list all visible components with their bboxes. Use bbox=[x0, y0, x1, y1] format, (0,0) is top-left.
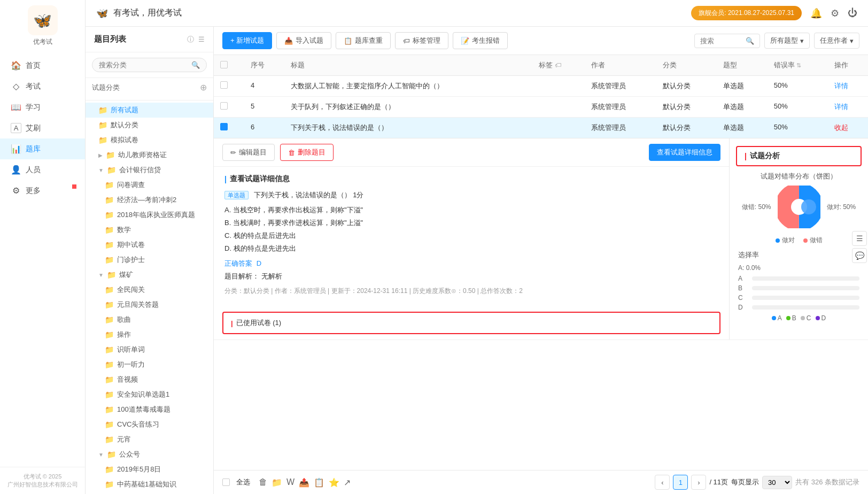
cat-item-may8[interactable]: 📁 2019年5月8日 bbox=[86, 462, 213, 477]
cat-item-ops[interactable]: 📁 操作 bbox=[86, 327, 213, 342]
cat-item-safety[interactable]: 📁 安全知识单选题1 bbox=[86, 387, 213, 402]
search-area: 🔍 bbox=[86, 52, 213, 78]
folder-icon: 📁 bbox=[106, 151, 115, 159]
question-table: 序号 标题 标签 🏷 作者 分类 题型 错误率 ⇅ 操作 bbox=[214, 55, 868, 340]
cell-author: 系统管理员 bbox=[585, 118, 656, 138]
sidebar-item-exam[interactable]: ◇ 考试 bbox=[0, 76, 85, 97]
cat-item-econ[interactable]: 📁 经济法—考前冲刺2 bbox=[86, 192, 213, 207]
detail-link-5[interactable]: 详情 bbox=[834, 103, 848, 111]
current-page[interactable]: 1 bbox=[673, 475, 688, 490]
pie-with-labels: 做错: 50% bbox=[742, 186, 856, 228]
pagination-select-all[interactable] bbox=[222, 478, 230, 486]
pagination-controls: ‹ 1 › / 11页 每页显示 30 50 100 共有 326 条数据记录 bbox=[655, 475, 859, 490]
dedup-button[interactable]: 📋 题库查重 bbox=[336, 32, 391, 49]
folder-icon: 📁 bbox=[105, 226, 114, 234]
notification-icon[interactable]: 🔔 bbox=[810, 7, 822, 19]
type-filter-select[interactable]: 所有题型 ▾ bbox=[764, 33, 810, 49]
view-detail-button[interactable]: 查看试题详细信息 bbox=[649, 144, 720, 161]
right-scroll-actions: ☰ 💬 bbox=[852, 231, 867, 263]
question-search-input[interactable] bbox=[700, 37, 743, 45]
import-button[interactable]: 📥 导入试题 bbox=[276, 32, 331, 49]
sidebar-item-ai[interactable]: A 艾刷 bbox=[0, 118, 85, 138]
question-search-box[interactable]: 🔍 bbox=[694, 34, 760, 48]
edit-question-button[interactable]: ✏ 编辑题目 bbox=[222, 144, 275, 161]
cat-item-medical[interactable]: 📁 2018年临床执业医师真题 bbox=[86, 207, 213, 222]
author-filter-select[interactable]: 任意作者 ▾ bbox=[814, 33, 859, 49]
cat-item-citizens[interactable]: 📁 全民闯关 bbox=[86, 282, 213, 297]
delete-question-button[interactable]: 🗑 删除题目 bbox=[280, 144, 334, 161]
prev-page-button[interactable]: ‹ bbox=[655, 475, 670, 490]
right-action-1[interactable]: ☰ bbox=[852, 231, 867, 246]
cat-item-default[interactable]: 📁 默认分类 bbox=[86, 118, 213, 133]
cat-item-wechat[interactable]: ▼ 📁 公众号 bbox=[86, 447, 213, 462]
cat-item-cvc[interactable]: 📁 CVC头音练习 bbox=[86, 417, 213, 432]
row-checkbox-5[interactable] bbox=[220, 102, 228, 110]
row-checkbox-4[interactable] bbox=[220, 81, 228, 89]
bar-track-a bbox=[752, 276, 859, 281]
cat-item-clinic[interactable]: 📁 门诊护士 bbox=[86, 252, 213, 267]
cat-item-mock[interactable]: 📁 模拟试卷 bbox=[86, 133, 213, 148]
cat-item-listen[interactable]: 📁 识听单词 bbox=[86, 342, 213, 357]
collapse-link-6[interactable]: 收起 bbox=[834, 124, 848, 132]
copy-icon[interactable]: 📋 bbox=[314, 477, 324, 488]
category-search-input[interactable] bbox=[99, 61, 189, 69]
cat-item-accounting[interactable]: ▼ 📁 会计银行信贷 bbox=[86, 163, 213, 177]
export-icon[interactable]: 📤 bbox=[299, 477, 309, 488]
cat-item-all[interactable]: 📁 所有试题 bbox=[86, 103, 213, 118]
cat-item-early-child[interactable]: ▶ 📁 幼儿教师资格证 bbox=[86, 148, 213, 163]
header-logo-icon: 🦋 bbox=[96, 7, 108, 19]
cat-item-newyear[interactable]: 📁 元旦闯关答题 bbox=[86, 297, 213, 312]
error-sort-icon[interactable]: ⇅ bbox=[796, 62, 801, 68]
bar-label-d: D bbox=[738, 304, 749, 311]
add-question-button[interactable]: + 新增试题 bbox=[222, 32, 272, 49]
sidebar-item-bank[interactable]: 📊 题库 bbox=[0, 138, 85, 159]
sidebar-item-home[interactable]: 🏠 首页 bbox=[0, 55, 85, 76]
info-icon[interactable]: ⓘ bbox=[187, 35, 194, 44]
tag-button[interactable]: 🏷 标签管理 bbox=[395, 32, 448, 49]
move-icon[interactable]: 📁 bbox=[272, 477, 282, 488]
detail-link-4[interactable]: 详情 bbox=[834, 82, 848, 90]
delete-icon: 🗑 bbox=[288, 149, 295, 157]
delete-batch-icon[interactable]: 🗑 bbox=[259, 477, 267, 487]
cat-item-yuanxiao[interactable]: 📁 元宵 bbox=[86, 432, 213, 447]
cell-category: 默认分类 bbox=[656, 118, 717, 138]
table-row: 5 关于队列，下列叙述正确的是（） 系统管理员 默认分类 单选题 50% 详情 bbox=[214, 97, 868, 118]
cell-tags bbox=[532, 97, 585, 118]
sidebar-item-more[interactable]: ⚙ 更多 bbox=[0, 180, 85, 201]
power-icon[interactable]: ⏻ bbox=[848, 7, 857, 19]
settings-icon[interactable]: ⚙ bbox=[831, 7, 839, 19]
share-icon[interactable]: ↗ bbox=[344, 477, 351, 488]
bar-row-a: A bbox=[738, 275, 859, 282]
main-toolbar: + 新增试题 📥 导入试题 📋 题库查重 🏷 标签管理 📝 考生报错 bbox=[214, 27, 868, 55]
sidebar-item-study[interactable]: 📖 学习 bbox=[0, 97, 85, 118]
folder-icon: 📁 bbox=[105, 360, 114, 369]
cat-item-survey[interactable]: 📁 问卷调查 bbox=[86, 177, 213, 192]
feedback-button[interactable]: 📝 考生报错 bbox=[453, 32, 508, 49]
per-page-select[interactable]: 30 50 100 bbox=[762, 476, 792, 489]
chevron-down-icon: ▾ bbox=[850, 37, 854, 45]
cat-item-av[interactable]: 📁 音视频 bbox=[86, 372, 213, 387]
cat-item-junior[interactable]: 📁 初一听力 bbox=[86, 357, 213, 372]
sidebar-item-people[interactable]: 👤 人员 bbox=[0, 159, 85, 180]
category-search-box[interactable]: 🔍 bbox=[92, 58, 207, 72]
menu-icon[interactable]: ☰ bbox=[198, 35, 205, 43]
cat-item-tcm[interactable]: 📁 中药基础1基础知识 bbox=[86, 477, 213, 492]
add-category-icon[interactable]: ⊕ bbox=[200, 82, 207, 92]
expand-toolbar: ✏ 编辑题目 🗑 删除题目 bbox=[214, 138, 729, 167]
cell-seq: 4 bbox=[244, 76, 284, 97]
select-all-checkbox[interactable] bbox=[220, 61, 228, 68]
cat-item-songs[interactable]: 📁 歌曲 bbox=[86, 312, 213, 327]
cat-item-math[interactable]: 📁 数学 bbox=[86, 222, 213, 237]
word-icon[interactable]: W bbox=[286, 477, 294, 487]
folder-icon: 📁 bbox=[105, 300, 114, 309]
vip-badge[interactable]: 旗舰会员: 2021.08.27-2025.07.31 bbox=[691, 6, 802, 20]
left-navigation: 🦋 优考试 🏠 首页 ◇ 考试 📖 学习 A 艾刷 📊 题库 👤 人员 ⚙ 更多… bbox=[0, 0, 86, 494]
cat-item-drug[interactable]: 📁 100道禁毒戒毒题 bbox=[86, 402, 213, 417]
row-checkbox-6[interactable] bbox=[220, 123, 228, 130]
cat-item-newcat[interactable]: 📁 新建分类 bbox=[86, 492, 213, 494]
cat-item-midterm[interactable]: 📁 期中试卷 bbox=[86, 237, 213, 252]
right-action-2[interactable]: 💬 bbox=[852, 248, 867, 263]
next-page-button[interactable]: › bbox=[691, 475, 706, 490]
star-icon[interactable]: ⭐ bbox=[329, 477, 339, 488]
cat-item-coal[interactable]: ▼ 📁 煤矿 bbox=[86, 267, 213, 282]
